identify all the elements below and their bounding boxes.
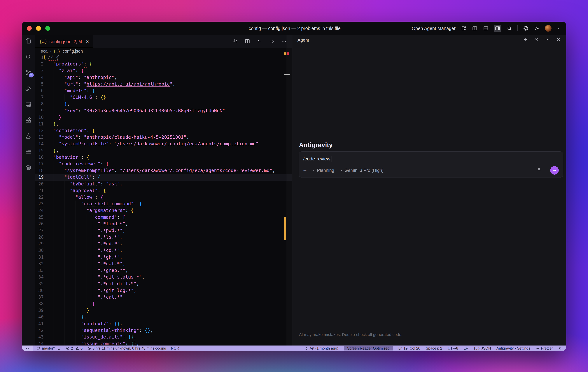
search-icon[interactable]	[506, 25, 512, 31]
settings-profile-status[interactable]: Antigravity - Settings	[496, 346, 530, 351]
code-line[interactable]: 3 "z-ai": {	[35, 67, 292, 74]
code-line[interactable]: 32 ".*cat.*",	[35, 261, 292, 267]
remote-indicator[interactable]	[22, 345, 33, 351]
new-chat-icon[interactable]	[523, 37, 528, 43]
containers-icon[interactable]	[25, 164, 32, 171]
last-commit-status[interactable]: Art (1 month ago)	[304, 346, 338, 351]
explorer-icon[interactable]	[25, 38, 32, 45]
code-line[interactable]: 29 ".*cd.*",	[35, 241, 292, 247]
remote-explorer-icon[interactable]	[25, 101, 32, 108]
code-line[interactable]: 39 }	[35, 307, 292, 314]
code-line[interactable]: 17 "code-reviewer": {	[35, 161, 292, 167]
zoom-window-button[interactable]	[45, 26, 50, 31]
microphone-icon[interactable]	[536, 167, 542, 174]
code-line[interactable]: 19 "toolCall": {	[35, 174, 292, 181]
send-button[interactable]	[550, 166, 559, 175]
code-line[interactable]: 1// {	[35, 54, 292, 61]
toggle-secondary-sidebar-icon[interactable]	[494, 25, 501, 32]
code-line[interactable]: 13 "model": "anthropic/claude-haiku-4-5-…	[35, 134, 292, 141]
split-editor-icon[interactable]	[245, 39, 250, 45]
problems-status[interactable]: 2 0	[66, 346, 83, 351]
code-line[interactable]: 22 "allow": {	[35, 194, 292, 201]
source-control-icon[interactable]: 9	[25, 69, 32, 76]
cursor-position-status[interactable]: Ln 19, Col 20	[398, 346, 420, 351]
code-line[interactable]: 28 ".*ls.*",	[35, 234, 292, 241]
tab-config-json[interactable]: {…} config.json 2, M ×	[35, 35, 93, 48]
code-line[interactable]: 42 "sequential-thinking": {},	[35, 327, 292, 334]
code-line[interactable]: 33 ".*grep.*",	[35, 267, 292, 274]
project-manager-icon[interactable]	[25, 148, 32, 155]
customize-layout-icon[interactable]	[461, 25, 467, 31]
code-line[interactable]: 15 },	[35, 147, 292, 154]
close-panel-icon[interactable]	[556, 37, 561, 43]
code-line[interactable]: 27 ".*pwd.*",	[35, 227, 292, 234]
indentation-status[interactable]: Spaces: 2	[426, 346, 442, 351]
code-line[interactable]: 8 },	[35, 101, 292, 107]
code-line[interactable]: 4 "api": "anthropic",	[35, 74, 292, 81]
extensions-icon[interactable]	[25, 117, 32, 124]
code-line[interactable]: 43 "issue_details": {},	[35, 334, 292, 340]
code-line[interactable]: 16 "behavior": {	[35, 154, 292, 161]
code-line[interactable]: 10 }	[35, 114, 292, 121]
code-line[interactable]: 24 "argsMatchers": {	[35, 207, 292, 214]
code-line[interactable]: 7 "GLM-4.6": {}	[35, 94, 292, 101]
code-line[interactable]: 40 },	[35, 314, 292, 320]
code-line[interactable]: 37 ".*cat.*"	[35, 294, 292, 301]
code-line[interactable]: 14 "systemPromptFile": "/Users/darkawowe…	[35, 141, 292, 147]
code-line[interactable]: 36 ".*git log.*",	[35, 287, 292, 294]
tab-close-icon[interactable]: ×	[86, 39, 89, 44]
vim-mode-status[interactable]: NOR	[171, 346, 179, 351]
screen-reader-status[interactable]: Screen Reader Optimized	[344, 346, 393, 351]
time-tracking-status[interactable]: 3 hrs 11 mins unknown, 0 hrs 48 mins cod…	[87, 346, 166, 351]
antigravity-logo-icon[interactable]	[523, 25, 529, 31]
encoding-status[interactable]: UTF-8	[448, 346, 458, 351]
code-line[interactable]: 23 "eca_shell_command": {	[35, 201, 292, 207]
close-window-button[interactable]	[27, 26, 32, 31]
mode-dropdown[interactable]: Planning	[312, 168, 334, 173]
code-line[interactable]: 11 },	[35, 121, 292, 127]
code-line[interactable]: 9 "key": "30781b3da8e6457e9006abd32b386b…	[35, 107, 292, 114]
account-avatar[interactable]	[545, 25, 552, 32]
open-agent-manager-button[interactable]: Open Agent Manager	[412, 26, 456, 31]
settings-gear-icon[interactable]	[534, 25, 540, 31]
editor-scrollbar[interactable]	[287, 35, 292, 345]
code-line[interactable]: 34 ".*git status.*",	[35, 274, 292, 280]
navigate-forward-icon[interactable]	[269, 39, 274, 45]
breadcrumb-file[interactable]: config.json	[63, 49, 83, 54]
notifications-bell-icon[interactable]	[558, 346, 562, 350]
breadcrumb-folder[interactable]: eca	[41, 49, 48, 54]
model-dropdown[interactable]: Gemini 3 Pro (High)	[339, 168, 384, 173]
code-line[interactable]: 30 ".*cd.*",	[35, 247, 292, 254]
testing-icon[interactable]	[25, 132, 32, 140]
more-actions-icon[interactable]	[545, 37, 550, 43]
minimize-window-button[interactable]	[36, 26, 41, 31]
code-line[interactable]: 20 "byDefault": "ask",	[35, 181, 292, 187]
code-line[interactable]: 38 ]	[35, 301, 292, 307]
history-icon[interactable]	[534, 37, 539, 43]
add-context-button[interactable]: +	[303, 167, 307, 173]
language-mode-status[interactable]: {;} JSON	[473, 346, 491, 351]
compare-changes-icon[interactable]	[232, 39, 238, 45]
run-and-debug-icon[interactable]	[25, 85, 32, 92]
code-line[interactable]: 21 "approval": {	[35, 187, 292, 194]
navigate-back-icon[interactable]	[257, 39, 262, 45]
split-editor-left-icon[interactable]	[472, 25, 478, 31]
code-line[interactable]: 41 "context7": {},	[35, 321, 292, 327]
code-line[interactable]: 31 ".*gh.*",	[35, 254, 292, 261]
code-line[interactable]: 5 "url": "https://api.z.ai/api/anthropic…	[35, 81, 292, 87]
search-icon[interactable]	[25, 53, 32, 60]
code-line[interactable]: 12 "completion": {	[35, 127, 292, 134]
code-editor[interactable]: 1// {2 "providers": {3 "z-ai": {4 "api":…	[35, 54, 292, 345]
code-line[interactable]: 18 "systemPromptFile": "/Users/darkawowe…	[35, 167, 292, 174]
agent-input-card[interactable]: /code-review + Planning Gemini 3 Pro (Hi…	[299, 151, 563, 178]
code-line[interactable]: 35 ".*git diff.*",	[35, 280, 292, 287]
eol-status[interactable]: LF	[464, 346, 468, 351]
code-line[interactable]: 26 ".*find.*",	[35, 221, 292, 227]
agent-input[interactable]: /code-review	[303, 156, 330, 162]
code-line[interactable]: 2 "providers": {	[35, 61, 292, 67]
more-actions-icon[interactable]	[281, 39, 287, 45]
code-line[interactable]: 44 "issue_comments": {},	[35, 340, 292, 345]
chevron-down-icon[interactable]	[557, 26, 561, 30]
code-line[interactable]: 25 "command": [	[35, 214, 292, 221]
code-line[interactable]: 6 "models": {	[35, 87, 292, 94]
